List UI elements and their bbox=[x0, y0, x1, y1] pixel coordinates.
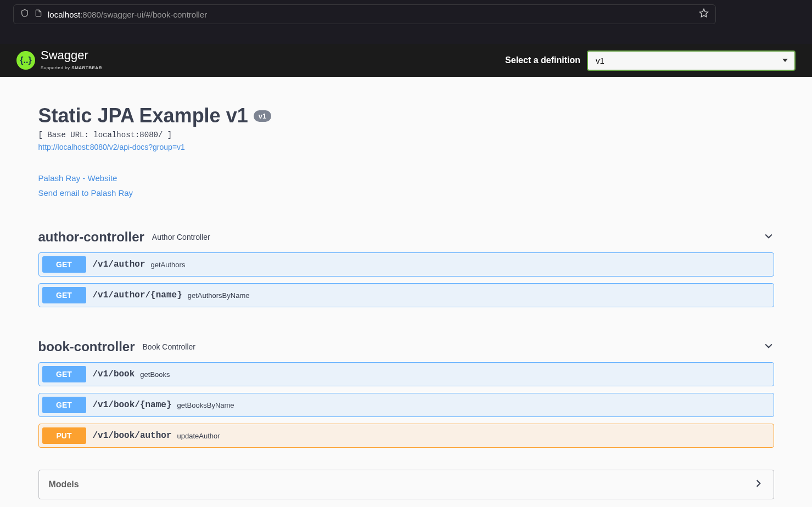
definition-select[interactable]: v1 bbox=[587, 50, 796, 71]
tag-section-book-controller: book-controller Book Controller GET /v1/… bbox=[38, 335, 774, 448]
base-url: [ Base URL: localhost:8080/ ] bbox=[38, 131, 774, 139]
operation-summary: updateAuthor bbox=[177, 432, 220, 440]
method-badge: GET bbox=[42, 397, 86, 413]
swagger-logo-text: Swagger Supported by SMARTBEAR bbox=[41, 49, 102, 71]
url-text: localhost:8080/swagger-ui/#/book-control… bbox=[48, 10, 693, 19]
chevron-down-icon bbox=[763, 340, 774, 353]
models-section[interactable]: Models bbox=[38, 470, 774, 499]
operation-row[interactable]: PUT /v1/book/author updateAuthor bbox=[38, 424, 774, 448]
operation-path: /v1/book/{name} bbox=[93, 400, 172, 410]
definition-selector: Select a definition v1 bbox=[505, 50, 796, 71]
tag-name: author-controller bbox=[38, 229, 144, 245]
models-title: Models bbox=[49, 480, 79, 489]
api-version-badge: v1 bbox=[254, 110, 271, 122]
tag-header[interactable]: book-controller Book Controller bbox=[38, 335, 774, 362]
operation-row[interactable]: GET /v1/book/{name} getBooksByName bbox=[38, 393, 774, 417]
url-bar[interactable]: localhost:8080/swagger-ui/#/book-control… bbox=[13, 4, 716, 24]
contact-email-link[interactable]: Send email to Palash Ray bbox=[38, 188, 774, 198]
operation-summary: getAuthors bbox=[151, 261, 186, 269]
chevron-down-icon bbox=[763, 230, 774, 244]
tag-header[interactable]: author-controller Author Controller bbox=[38, 225, 774, 252]
operation-summary: getBooksByName bbox=[177, 401, 234, 409]
operation-summary: getBooks bbox=[140, 370, 170, 379]
operation-row[interactable]: GET /v1/author/{name} getAuthorsByName bbox=[38, 283, 774, 307]
tag-section-author-controller: author-controller Author Controller GET … bbox=[38, 225, 774, 307]
chevron-right-icon bbox=[753, 478, 764, 491]
tag-name: book-controller bbox=[38, 339, 135, 354]
method-badge: GET bbox=[42, 366, 86, 382]
operation-summary: getAuthorsByName bbox=[188, 291, 250, 300]
operation-path: /v1/book/author bbox=[93, 431, 172, 441]
contact-info: Palash Ray - Website Send email to Palas… bbox=[38, 173, 774, 198]
method-badge: PUT bbox=[42, 427, 86, 444]
browser-spacer bbox=[0, 29, 812, 44]
swagger-main: Static JPA Example v1 v1 [ Base URL: loc… bbox=[22, 77, 791, 507]
swagger-topbar: {..} Swagger Supported by SMARTBEAR Sele… bbox=[0, 44, 812, 77]
operation-path: /v1/book bbox=[93, 369, 135, 379]
method-badge: GET bbox=[42, 287, 86, 303]
tag-description: Book Controller bbox=[143, 342, 196, 351]
shield-icon bbox=[20, 9, 29, 20]
browser-address-bar: localhost:8080/swagger-ui/#/book-control… bbox=[0, 0, 812, 29]
swagger-logo[interactable]: {..} Swagger Supported by SMARTBEAR bbox=[16, 49, 102, 71]
method-badge: GET bbox=[42, 256, 86, 273]
operation-path: /v1/author/{name} bbox=[93, 290, 182, 300]
api-title: Static JPA Example v1 v1 bbox=[38, 104, 774, 127]
operation-row[interactable]: GET /v1/author getAuthors bbox=[38, 252, 774, 277]
document-icon bbox=[35, 9, 42, 19]
bookmark-star-icon[interactable] bbox=[699, 8, 709, 20]
definition-label: Select a definition bbox=[505, 55, 580, 65]
operation-row[interactable]: GET /v1/book getBooks bbox=[38, 362, 774, 386]
contact-website-link[interactable]: Palash Ray - Website bbox=[38, 173, 774, 183]
svg-marker-0 bbox=[700, 9, 708, 17]
tag-description: Author Controller bbox=[152, 233, 210, 241]
swagger-logo-icon: {..} bbox=[16, 51, 35, 70]
api-docs-link[interactable]: http://localhost:8080/v2/api-docs?group=… bbox=[38, 143, 774, 151]
operation-path: /v1/author bbox=[93, 260, 145, 269]
